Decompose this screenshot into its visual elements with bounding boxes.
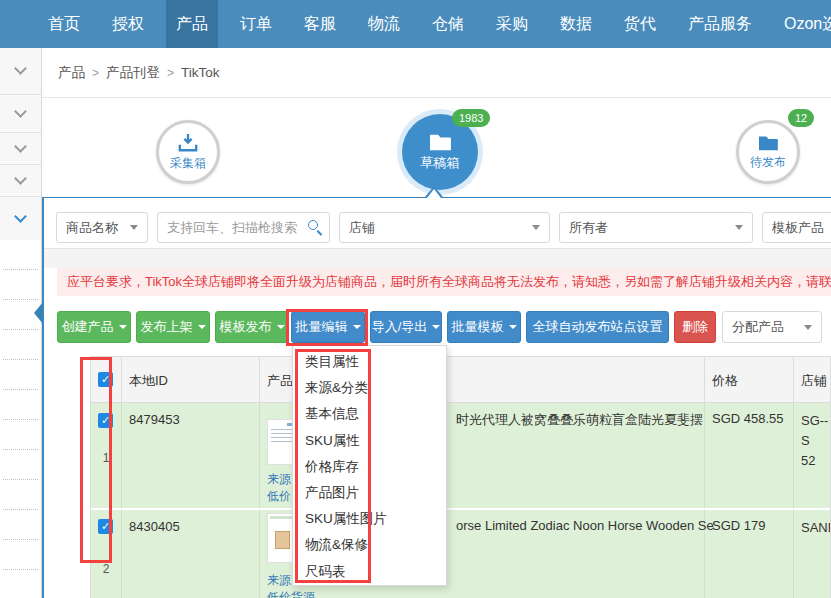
- bulk-edit-button[interactable]: 批量编辑: [291, 311, 365, 343]
- shop-line1: SAND: [801, 520, 831, 535]
- rail-item-3[interactable]: [0, 133, 41, 165]
- nav-item-home[interactable]: 首页: [38, 0, 90, 48]
- menu-item-logistics-warranty[interactable]: 物流&保修: [293, 532, 446, 558]
- breadcrumb-listing[interactable]: 产品刊登: [106, 64, 160, 82]
- shop-cell: SAND: [801, 518, 831, 538]
- table-row: 2 8430405 来源 低价货源 orse Limited Zodiac No…: [91, 510, 830, 598]
- rail-item-4[interactable]: [0, 165, 41, 197]
- low-price-link[interactable]: 低价: [267, 488, 291, 505]
- low-price-source-link[interactable]: 低价货源: [267, 589, 315, 598]
- local-id-cell: 8430405: [129, 519, 180, 534]
- chevron-down-icon: [353, 325, 361, 329]
- breadcrumb-tiktok[interactable]: TikTok: [181, 65, 220, 80]
- row-checkbox[interactable]: [98, 519, 113, 534]
- menu-item-basic-info[interactable]: 基本信息: [293, 401, 446, 427]
- template-product-select-value: 模板产品: [772, 219, 824, 237]
- folder-icon: [428, 132, 452, 152]
- active-step-notch: [425, 186, 443, 197]
- nav-item-logistics[interactable]: 物流: [358, 0, 410, 48]
- assign-product-select[interactable]: 分配产品: [722, 311, 822, 343]
- chevron-down-icon: [119, 325, 127, 329]
- chevron-down-icon: [14, 140, 27, 153]
- search-input[interactable]: [157, 212, 330, 243]
- owner-select-value: 所有者: [569, 219, 608, 237]
- price-cell: SGD 458.55: [712, 411, 784, 426]
- owner-select[interactable]: 所有者: [559, 212, 753, 243]
- shop-line1: SG--S: [801, 413, 828, 448]
- bulk-edit-dropdown-menu: 类目属性 来源&分类 基本信息 SKU属性 价格库存 产品图片 SKU属性图片 …: [292, 345, 447, 586]
- chevron-down-icon: [14, 105, 27, 118]
- delete-button[interactable]: 删除: [674, 311, 716, 343]
- chevron-down-icon: [14, 210, 27, 223]
- nav-item-ozon[interactable]: Ozon选品: [774, 0, 831, 48]
- menu-item-size-chart[interactable]: 尺码表: [293, 559, 446, 585]
- search-icon[interactable]: [308, 220, 322, 234]
- search-field-select[interactable]: 商品名称: [56, 212, 148, 243]
- select-all-checkbox[interactable]: [98, 372, 113, 387]
- shop-cell: SG--S52: [801, 411, 830, 471]
- nav-item-warehouse[interactable]: 仓储: [422, 0, 474, 48]
- global-auto-publish-settings-button[interactable]: 全球自动发布站点设置: [526, 311, 669, 343]
- rail-collapsed-area: [0, 240, 41, 598]
- table-row: 1 8479453 来源 低价 时光代理人被窝叠叠乐萌粒盲盒陆光夏斐摆 SGD …: [91, 403, 830, 508]
- source-link[interactable]: 来源: [267, 471, 291, 488]
- chevron-down-icon: [130, 225, 138, 230]
- row-checkbox[interactable]: [98, 413, 113, 428]
- chevron-down-icon: [432, 325, 440, 329]
- button-label: 全球自动发布站点设置: [533, 318, 663, 336]
- button-label: 模板发布: [220, 318, 272, 336]
- step-label: 待发布: [750, 154, 786, 171]
- workflow-stepper: 认领产品 待发布 采集箱 草稿箱 待发布 1983 12: [42, 98, 831, 197]
- product-title: orse Limited Zodiac Noon Horse Wooden Se: [456, 518, 714, 533]
- menu-item-sku-attrs[interactable]: SKU属性: [293, 428, 446, 454]
- search-field-select-value: 商品名称: [66, 219, 118, 237]
- menu-item-product-images[interactable]: 产品图片: [293, 480, 446, 506]
- nav-item-service[interactable]: 客服: [294, 0, 346, 48]
- menu-item-sku-attr-images[interactable]: SKU属性图片: [293, 506, 446, 532]
- rail-item-2[interactable]: [0, 95, 41, 133]
- rail-item-5-active[interactable]: [0, 197, 41, 240]
- template-product-select[interactable]: 模板产品: [762, 212, 831, 243]
- breadcrumb-products[interactable]: 产品: [58, 64, 85, 82]
- col-header-price: 价格: [712, 372, 738, 390]
- nav-item-auth[interactable]: 授权: [102, 0, 154, 48]
- table-header: 本地ID 产品 价格 店铺: [91, 357, 830, 403]
- rail-item-1[interactable]: [0, 48, 41, 95]
- nav-item-purchase[interactable]: 采购: [486, 0, 538, 48]
- menu-item-price-stock[interactable]: 价格库存: [293, 454, 446, 480]
- top-nav: 首页 授权 产品 订单 客服 物流 仓储 采购 数据 货代 产品服务 Ozon选…: [0, 0, 831, 48]
- source-link[interactable]: 来源: [267, 572, 291, 589]
- step-node-pending-publish[interactable]: 待发布: [736, 120, 800, 184]
- shop-select[interactable]: 店铺: [339, 212, 550, 243]
- nav-item-products[interactable]: 产品: [166, 0, 218, 48]
- button-label: 导入/导出: [372, 318, 428, 336]
- bulk-template-button[interactable]: 批量模板: [447, 311, 521, 343]
- breadcrumb: 产品 > 产品刊登 > TikTok: [42, 48, 831, 98]
- shop-line2: 52: [801, 453, 815, 468]
- chevron-down-icon: [14, 172, 27, 185]
- search-box: [157, 212, 330, 243]
- nav-item-forwarder[interactable]: 货代: [614, 0, 666, 48]
- button-label: 批量编辑: [296, 318, 348, 336]
- assign-product-select-value: 分配产品: [732, 318, 784, 336]
- pending-count-badge: 12: [788, 109, 814, 127]
- step-label: 采集箱: [170, 155, 206, 172]
- chevron-down-icon: [277, 325, 285, 329]
- create-product-button[interactable]: 创建产品: [57, 311, 131, 343]
- breadcrumb-separator: >: [92, 66, 99, 80]
- chevron-down-icon: [509, 325, 517, 329]
- menu-item-category-attrs[interactable]: 类目属性: [293, 349, 446, 375]
- menu-item-source-category[interactable]: 来源&分类: [293, 375, 446, 401]
- import-export-button[interactable]: 导入/导出: [370, 311, 442, 343]
- step-node-collect-box[interactable]: 采集箱: [156, 120, 220, 184]
- nav-item-data[interactable]: 数据: [550, 0, 602, 48]
- button-label: 批量模板: [452, 318, 504, 336]
- button-label: 创建产品: [62, 318, 114, 336]
- col-header-shop: 店铺: [801, 372, 827, 390]
- nav-item-orders[interactable]: 订单: [230, 0, 282, 48]
- step-label: 草稿箱: [421, 154, 460, 172]
- sidebar-collapse-handle[interactable]: [34, 302, 43, 324]
- nav-item-product-services[interactable]: 产品服务: [678, 0, 762, 48]
- publish-listing-button[interactable]: 发布上架: [136, 311, 210, 343]
- template-publish-button[interactable]: 模板发布: [215, 311, 289, 343]
